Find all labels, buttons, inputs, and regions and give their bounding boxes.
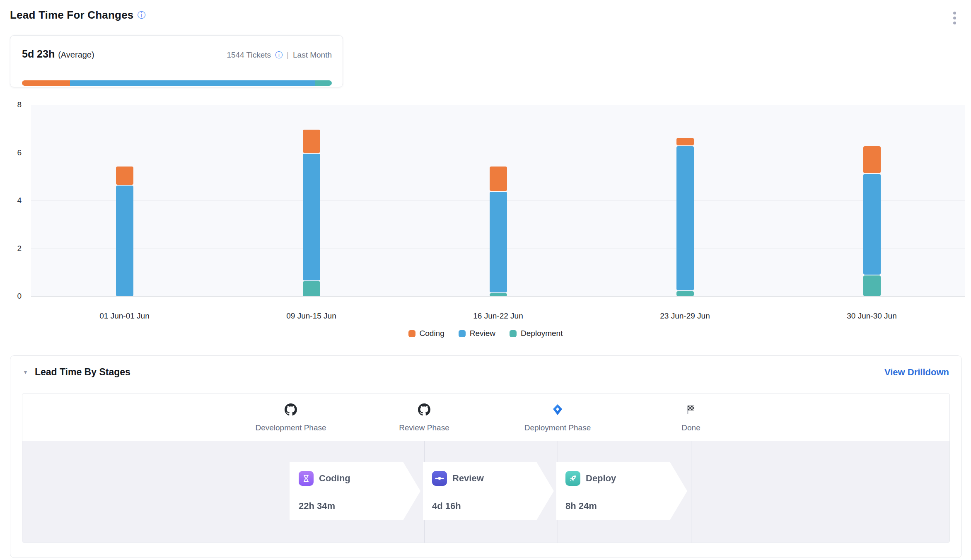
period-label: Last Month <box>293 51 332 60</box>
bar-segment-coding[interactable] <box>676 138 694 145</box>
phase-label: Deployment Phase <box>504 423 611 432</box>
y-tick-label: 2 <box>1 244 22 253</box>
summary-card: 5d 23h (Average) 1544 Tickets ⓘ | Last M… <box>10 35 343 87</box>
bar-segment-review[interactable] <box>116 186 133 296</box>
bar-group-3[interactable] <box>490 166 507 296</box>
legend-label: Deployment <box>521 329 563 338</box>
stage-label: Coding <box>319 473 350 484</box>
view-drilldown-link[interactable]: View Drilldown <box>884 367 949 378</box>
gridline-y6 <box>31 153 965 153</box>
bar-segment-deployment[interactable] <box>863 275 881 296</box>
summary-progress-bar <box>22 80 332 86</box>
legend-label: Coding <box>420 329 444 338</box>
bar-segment-review[interactable] <box>863 174 881 275</box>
track-divider <box>691 441 691 543</box>
legend-item-coding[interactable]: Coding <box>408 329 444 338</box>
average-label: (Average) <box>58 50 94 60</box>
legend-item-deployment[interactable]: Deployment <box>510 329 563 338</box>
page-title: Lead Time For Changes <box>10 9 133 22</box>
page-header: Lead Time For Changes ⓘ <box>10 7 961 23</box>
hourglass-icon <box>299 471 314 486</box>
x-tick-label: 30 Jun-30 Jun <box>847 311 896 321</box>
jira-icon <box>504 403 611 417</box>
average-value: 5d 23h <box>22 48 55 60</box>
legend-swatch <box>510 330 517 337</box>
stage-label: Deploy <box>586 473 616 484</box>
bar-group-1[interactable] <box>116 166 133 296</box>
y-tick-label: 6 <box>1 148 22 157</box>
separator: | <box>287 51 289 60</box>
legend-swatch <box>459 330 466 337</box>
flag-icon <box>637 403 745 417</box>
info-icon[interactable]: ⓘ <box>275 51 283 59</box>
legend-swatch <box>408 330 415 337</box>
bar-segment-review[interactable] <box>303 154 320 281</box>
stage-chevron-review[interactable]: Review4d 16h <box>423 462 554 520</box>
bar-group-2[interactable] <box>303 129 320 296</box>
chart-plot-area <box>31 105 965 296</box>
phase-done: Done <box>637 403 745 432</box>
stage-chevron-deploy[interactable]: Deploy8h 24m <box>556 462 687 520</box>
tickets-count: 1544 Tickets <box>227 51 271 60</box>
phase-label: Review Phase <box>370 423 478 432</box>
summary-bar-segment-deployment <box>315 80 332 86</box>
summary-bar-segment-coding <box>22 80 70 86</box>
legend-label: Review <box>470 329 495 338</box>
gridline-y0 <box>31 296 965 297</box>
stage-chevron-coding[interactable]: Coding22h 34m <box>290 462 420 520</box>
bar-segment-coding[interactable] <box>116 167 133 185</box>
stage-label: Review <box>452 473 484 484</box>
rocket-icon <box>565 471 580 486</box>
phase-label: Development Phase <box>237 423 345 432</box>
phase-development-phase: Development Phase <box>237 403 345 432</box>
bar-segment-coding[interactable] <box>490 167 507 191</box>
phase-deployment-phase: Deployment Phase <box>504 403 611 432</box>
stage-duration: 4d 16h <box>432 501 461 512</box>
info-icon[interactable]: ⓘ <box>137 11 145 19</box>
gridline-y8 <box>31 105 965 105</box>
bar-segment-deployment[interactable] <box>676 291 694 296</box>
bar-segment-coding[interactable] <box>303 130 320 153</box>
stage-duration: 22h 34m <box>299 501 335 512</box>
bar-group-5[interactable] <box>863 145 881 296</box>
commit-icon <box>432 471 447 486</box>
stages-title: Lead Time By Stages <box>35 367 130 378</box>
bar-segment-deployment[interactable] <box>303 281 320 296</box>
phase-review-phase: Review Phase <box>370 403 478 432</box>
summary-bar-segment-review <box>70 80 315 86</box>
stage-track: Coding22h 34mReview4d 16hDeploy8h 24m <box>22 441 949 543</box>
github-icon <box>370 403 478 417</box>
stage-table: Development PhaseReview PhaseDeployment … <box>22 393 950 543</box>
y-tick-label: 8 <box>1 100 22 109</box>
bar-segment-deployment[interactable] <box>490 293 507 296</box>
collapse-caret-icon[interactable]: ▼ <box>23 369 28 375</box>
phase-label: Done <box>637 423 745 432</box>
github-icon <box>237 403 345 417</box>
chart-legend: CodingReviewDeployment <box>0 329 971 338</box>
bar-segment-review[interactable] <box>676 146 694 290</box>
kebab-menu-icon[interactable] <box>953 12 956 24</box>
x-tick-label: 16 Jun-22 Jun <box>473 311 523 321</box>
y-tick-label: 4 <box>1 196 22 205</box>
x-tick-label: 09 Jun-15 Jun <box>286 311 336 321</box>
stage-duration: 8h 24m <box>565 501 597 512</box>
x-tick-label: 01 Jun-01 Jun <box>99 311 149 321</box>
bar-group-4[interactable] <box>676 137 694 296</box>
bar-segment-review[interactable] <box>490 192 507 292</box>
x-tick-label: 23 Jun-29 Jun <box>660 311 710 321</box>
y-tick-label: 0 <box>1 292 22 301</box>
legend-item-review[interactable]: Review <box>459 329 495 338</box>
bar-segment-coding[interactable] <box>863 146 881 173</box>
lead-time-by-stages-card: ▼ Lead Time By Stages View Drilldown Dev… <box>10 355 962 558</box>
